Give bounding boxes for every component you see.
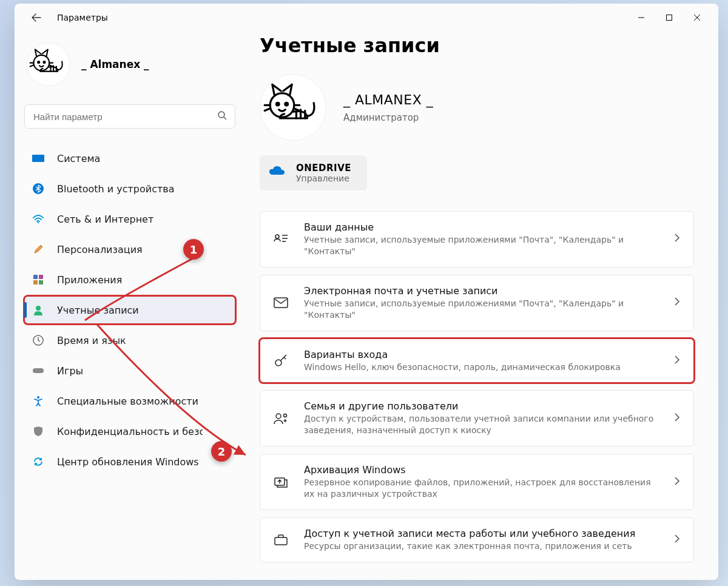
nav-accessibility[interactable]: Специальные возможности <box>24 387 235 415</box>
gamepad-icon <box>32 364 45 377</box>
svg-point-7 <box>38 222 39 223</box>
svg-point-4 <box>218 112 224 118</box>
svg-point-16 <box>270 93 294 118</box>
card-windows-backup[interactable]: Архивация Windows Резервное копирование … <box>260 454 694 510</box>
titlebar: Параметры <box>15 4 718 32</box>
card-family[interactable]: Семья и другие пользователи Доступ к уст… <box>260 390 694 446</box>
id-card-icon <box>272 231 289 248</box>
accessibility-icon <box>32 394 45 408</box>
maximize-icon <box>666 14 673 21</box>
person-icon <box>32 303 45 317</box>
card-title: Архивация Windows <box>304 464 659 476</box>
svg-point-12 <box>36 306 41 311</box>
card-your-info[interactable]: Ваши данные Учетные записи, используемые… <box>260 211 694 268</box>
minimize-icon <box>638 14 645 21</box>
nav-time-language[interactable]: Время и язык <box>24 326 235 354</box>
nav-label: Специальные возможности <box>57 396 198 407</box>
clock-globe-icon <box>32 334 45 347</box>
svg-rect-20 <box>274 298 288 308</box>
sidebar-user[interactable]: _ Almanex _ <box>24 32 235 104</box>
nav-bluetooth[interactable]: Bluetooth и устройства <box>24 175 235 203</box>
svg-rect-14 <box>33 368 44 373</box>
card-email-accounts[interactable]: Электронная почта и учетные записи Учетн… <box>260 275 694 331</box>
card-sub: Учетные записи, используемые приложениям… <box>304 234 659 257</box>
brush-icon <box>32 243 45 256</box>
card-sign-in-options[interactable]: Варианты входа Windows Hello, ключ безоп… <box>260 338 694 383</box>
settings-window: Параметры <box>15 4 718 580</box>
profile-block: _ ALMANEX _ Администратор <box>260 74 694 141</box>
envelope-icon <box>272 294 289 311</box>
nav-label: Учетные записи <box>57 305 139 316</box>
nav-label: Время и язык <box>57 335 126 346</box>
svg-point-23 <box>284 414 287 417</box>
key-icon <box>272 352 289 369</box>
back-arrow-icon <box>32 13 41 22</box>
nav-label: Конфиденциальность и безопасность <box>57 426 203 437</box>
search-input[interactable] <box>24 104 235 129</box>
svg-rect-0 <box>667 15 672 21</box>
nav-privacy[interactable]: Конфиденциальность и безопасность <box>24 417 235 445</box>
onedrive-card[interactable]: ONEDRIVE Управление <box>260 155 367 190</box>
nav-label: Система <box>57 153 100 164</box>
window-controls <box>627 8 711 27</box>
search-container <box>24 104 235 129</box>
profile-avatar <box>260 74 326 141</box>
search-icon <box>217 110 227 123</box>
card-sub: Windows Hello, ключ безопасности, пароль… <box>304 362 659 373</box>
card-title: Ваши данные <box>304 221 659 233</box>
profile-role: Администратор <box>343 112 433 123</box>
card-sub: Доступ к устройствам, пользователи учетн… <box>304 413 659 436</box>
svg-point-2 <box>38 61 39 63</box>
svg-rect-11 <box>39 280 43 285</box>
apps-icon <box>32 273 45 286</box>
nav-label: Сеть & и Интернет <box>57 214 153 225</box>
nav-windows-update[interactable]: Центр обновления Windows <box>24 448 235 476</box>
back-button[interactable] <box>27 8 46 27</box>
profile-name: _ ALMANEX _ <box>343 92 433 107</box>
nav-label: Игры <box>57 365 83 377</box>
cat-avatar-icon <box>260 75 326 140</box>
window-title: Параметры <box>57 13 108 22</box>
cat-avatar-icon <box>27 43 70 86</box>
card-work-school[interactable]: Доступ к учетной записи места работы или… <box>260 517 694 562</box>
avatar <box>27 42 70 86</box>
nav-label: Приложения <box>57 274 122 286</box>
svg-point-17 <box>276 103 279 106</box>
close-icon <box>693 14 701 21</box>
svg-point-18 <box>285 103 288 106</box>
card-title: Доступ к учетной записи места работы или… <box>304 528 659 539</box>
minimize-button[interactable] <box>627 8 655 27</box>
card-title: Варианты входа <box>304 349 659 360</box>
card-sub: Резервное копирование файлов, приложений… <box>304 477 659 500</box>
nav-label: Bluetooth и устройства <box>57 183 175 195</box>
briefcase-icon <box>272 531 289 548</box>
system-icon <box>32 152 45 165</box>
close-button[interactable] <box>683 8 711 27</box>
svg-point-19 <box>275 235 279 238</box>
cards-list: Ваши данные Учетные записи, используемые… <box>260 211 694 562</box>
bluetooth-icon <box>32 182 45 195</box>
wifi-icon <box>32 212 45 226</box>
nav-apps[interactable]: Приложения <box>24 266 235 294</box>
svg-point-22 <box>276 414 281 419</box>
chevron-right-icon <box>674 534 680 546</box>
nav-accounts[interactable]: Учетные записи <box>24 296 235 324</box>
update-icon <box>32 455 45 468</box>
nav-system[interactable]: Система <box>24 144 235 172</box>
svg-point-3 <box>43 61 45 63</box>
sidebar: _ Almanex _ Система Bluetooth и устройст… <box>15 32 245 580</box>
onedrive-sub: Управление <box>296 173 351 183</box>
shield-icon <box>32 425 45 438</box>
svg-point-21 <box>275 360 281 366</box>
svg-rect-9 <box>39 275 43 279</box>
card-sub: Учетные записи, используемые приложениям… <box>304 298 659 321</box>
nav: Система Bluetooth и устройства Сеть & и … <box>24 144 235 476</box>
annotation-1: 1 <box>183 239 204 260</box>
maximize-button[interactable] <box>655 8 683 27</box>
people-plus-icon <box>272 410 289 427</box>
chevron-right-icon <box>674 476 680 488</box>
card-title: Семья и другие пользователи <box>304 400 659 412</box>
nav-network[interactable]: Сеть & и Интернет <box>24 205 235 233</box>
nav-gaming[interactable]: Игры <box>24 357 235 385</box>
chevron-right-icon <box>674 413 680 425</box>
